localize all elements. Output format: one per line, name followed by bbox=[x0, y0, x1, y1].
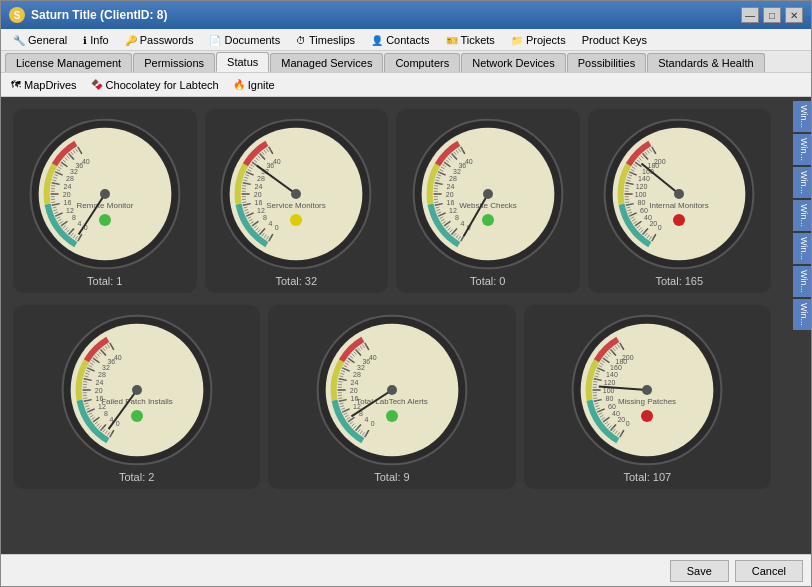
svg-text:Failed Patch Installs: Failed Patch Installs bbox=[101, 397, 173, 406]
svg-text:40: 40 bbox=[465, 158, 473, 165]
gauge-total: Total: 165 bbox=[655, 275, 703, 287]
svg-text:20: 20 bbox=[445, 191, 453, 198]
svg-point-344 bbox=[131, 410, 143, 422]
bottom-bar: Save Cancel bbox=[1, 554, 811, 586]
sidebar-right-item-5[interactable]: Win... bbox=[793, 233, 811, 264]
svg-text:28: 28 bbox=[449, 175, 457, 182]
svg-point-137 bbox=[290, 214, 302, 226]
svg-point-206 bbox=[482, 214, 494, 226]
app-icon: S bbox=[9, 7, 25, 23]
gauge-outer: 020406080100120140160180200Internal Moni… bbox=[588, 109, 772, 293]
svg-text:32: 32 bbox=[102, 364, 110, 371]
svg-text:80: 80 bbox=[606, 395, 614, 402]
svg-text:24: 24 bbox=[255, 183, 263, 190]
tab-standards-health[interactable]: Standards & Health bbox=[647, 53, 764, 72]
menu-documents[interactable]: 📄 Documents bbox=[201, 32, 288, 48]
close-button[interactable]: ✕ bbox=[785, 7, 803, 23]
svg-text:40: 40 bbox=[644, 214, 652, 221]
gauge-svg: 0481216202428323640Website Checks bbox=[409, 115, 567, 273]
svg-point-412 bbox=[387, 385, 397, 395]
svg-text:200: 200 bbox=[654, 158, 666, 165]
save-button[interactable]: Save bbox=[670, 560, 729, 582]
svg-text:Missing Patches: Missing Patches bbox=[618, 397, 676, 406]
svg-point-482 bbox=[641, 410, 653, 422]
title-bar: S Saturn Title (ClientID: 8) — □ ✕ bbox=[1, 1, 811, 29]
tab-permissions[interactable]: Permissions bbox=[133, 53, 215, 72]
tab-network-devices[interactable]: Network Devices bbox=[461, 53, 566, 72]
gauge-outer: 0481216202428323640Total LabTech AlertsT… bbox=[268, 305, 515, 489]
svg-text:120: 120 bbox=[604, 379, 616, 386]
svg-text:24: 24 bbox=[351, 379, 359, 386]
tab-bar: License Management Permissions Status Ma… bbox=[1, 51, 811, 73]
svg-point-136 bbox=[291, 189, 301, 199]
svg-text:20: 20 bbox=[62, 191, 70, 198]
svg-text:12: 12 bbox=[66, 207, 74, 214]
gauge-total: Total: 2 bbox=[119, 471, 154, 483]
maximize-button[interactable]: □ bbox=[763, 7, 781, 23]
cancel-button[interactable]: Cancel bbox=[735, 560, 803, 582]
chocolatey-btn[interactable]: 🍫 Chocolatey for Labtech bbox=[85, 77, 225, 93]
svg-text:24: 24 bbox=[95, 379, 103, 386]
svg-text:Internal Monitors: Internal Monitors bbox=[649, 201, 709, 210]
svg-text:4: 4 bbox=[364, 416, 368, 423]
sidebar-right-item-3[interactable]: Win... bbox=[793, 167, 811, 198]
sidebar-right-item-2[interactable]: Win... bbox=[793, 134, 811, 165]
svg-text:Website Checks: Website Checks bbox=[459, 201, 517, 210]
menu-tickets[interactable]: 🎫 Tickets bbox=[438, 32, 503, 48]
gauges-wrapper: 0481216202428323640Remote MonitorTotal: … bbox=[1, 97, 811, 554]
tab-possibilities[interactable]: Possibilities bbox=[567, 53, 646, 72]
gauge-svg: 0481216202428323640Total LabTech Alerts bbox=[313, 311, 471, 469]
svg-text:8: 8 bbox=[72, 214, 76, 221]
svg-text:20: 20 bbox=[350, 387, 358, 394]
svg-text:28: 28 bbox=[353, 371, 361, 378]
title-controls: — □ ✕ bbox=[741, 7, 803, 23]
svg-text:20: 20 bbox=[254, 191, 262, 198]
svg-text:8: 8 bbox=[104, 410, 108, 417]
menu-contacts[interactable]: 👤 Contacts bbox=[363, 32, 437, 48]
gauge-total: Total: 9 bbox=[374, 471, 409, 483]
svg-text:40: 40 bbox=[369, 354, 377, 361]
svg-text:140: 140 bbox=[606, 371, 618, 378]
sidebar-right-item-4[interactable]: Win... bbox=[793, 200, 811, 231]
menu-info[interactable]: ℹ Info bbox=[75, 32, 116, 48]
minimize-button[interactable]: — bbox=[741, 7, 759, 23]
svg-text:24: 24 bbox=[63, 183, 71, 190]
menu-timeslips[interactable]: ⏱ Timeslips bbox=[288, 32, 363, 48]
svg-text:4: 4 bbox=[269, 220, 273, 227]
menu-general[interactable]: 🔧 General bbox=[5, 32, 75, 48]
svg-text:32: 32 bbox=[70, 168, 78, 175]
menu-projects[interactable]: 📁 Projects bbox=[503, 32, 574, 48]
tab-status[interactable]: Status bbox=[216, 52, 269, 72]
window-title: Saturn Title (ClientID: 8) bbox=[31, 8, 167, 22]
sidebar-right-item-6[interactable]: Win... bbox=[793, 266, 811, 297]
sidebar-right-item-1[interactable]: Win... bbox=[793, 101, 811, 132]
tab-computers[interactable]: Computers bbox=[384, 53, 460, 72]
gauge-outer: 020406080100120140160180200Missing Patch… bbox=[524, 305, 771, 489]
svg-text:Service Monitors: Service Monitors bbox=[266, 201, 326, 210]
svg-text:8: 8 bbox=[455, 214, 459, 221]
svg-text:16: 16 bbox=[63, 199, 71, 206]
menu-passwords[interactable]: 🔑 Passwords bbox=[117, 32, 202, 48]
tab-license-management[interactable]: License Management bbox=[5, 53, 132, 72]
sidebar-right-item-7[interactable]: Win... bbox=[793, 299, 811, 330]
svg-text:20: 20 bbox=[94, 387, 102, 394]
tab-managed-services[interactable]: Managed Services bbox=[270, 53, 383, 72]
gauge-total: Total: 0 bbox=[470, 275, 505, 287]
menu-product-keys[interactable]: Product Keys bbox=[574, 32, 655, 48]
gauge-total: Total: 32 bbox=[275, 275, 317, 287]
ignite-btn[interactable]: 🔥 Ignite bbox=[227, 77, 281, 93]
gauge-svg: 020406080100120140160180200Missing Patch… bbox=[568, 311, 726, 469]
svg-point-274 bbox=[674, 189, 684, 199]
svg-text:40: 40 bbox=[273, 158, 281, 165]
mapdrives-btn[interactable]: 🗺 MapDrives bbox=[5, 77, 83, 93]
svg-text:16: 16 bbox=[446, 199, 454, 206]
svg-point-67 bbox=[100, 189, 110, 199]
svg-text:0: 0 bbox=[371, 420, 375, 427]
svg-text:100: 100 bbox=[635, 191, 647, 198]
svg-text:60: 60 bbox=[640, 207, 648, 214]
svg-text:24: 24 bbox=[446, 183, 454, 190]
svg-text:0: 0 bbox=[658, 224, 662, 231]
svg-text:200: 200 bbox=[622, 354, 634, 361]
svg-text:40: 40 bbox=[82, 158, 90, 165]
menu-bar: 🔧 General ℹ Info 🔑 Passwords 📄 Documents… bbox=[1, 29, 811, 51]
